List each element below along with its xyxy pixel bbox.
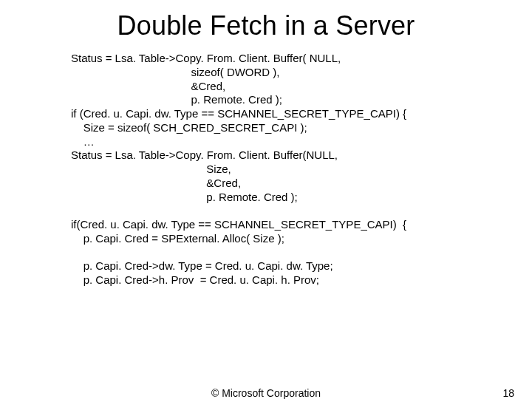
code-block: Status = Lsa. Table->Copy. From. Client.… xyxy=(71,52,485,287)
slide-title: Double Fetch in a Server xyxy=(0,10,532,41)
slide: Double Fetch in a Server Status = Lsa. T… xyxy=(0,0,532,399)
page-number: 18 xyxy=(502,387,514,399)
copyright-text: © Microsoft Corporation xyxy=(211,387,321,399)
